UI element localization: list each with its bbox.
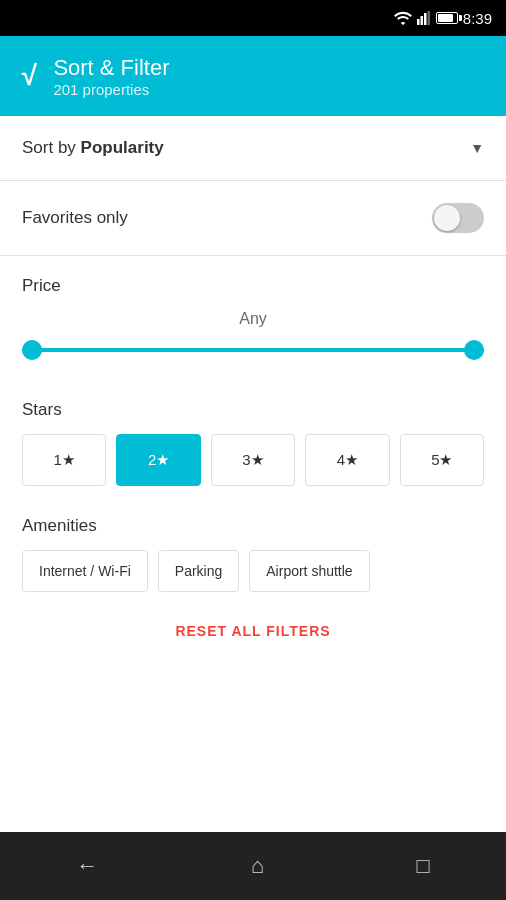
star-btn-5[interactable]: 5★ — [400, 434, 484, 486]
status-bar: 8:39 — [0, 0, 506, 36]
amenity-chip-parking[interactable]: Parking — [158, 550, 239, 592]
svg-rect-0 — [417, 19, 420, 25]
favorites-row: Favorites only — [0, 181, 506, 256]
stars-buttons: 1★ 2★ 3★ 4★ 5★ — [22, 434, 484, 486]
header-subtitle: 201 properties — [53, 81, 169, 98]
slider-thumb-left[interactable] — [22, 340, 42, 360]
main-content: Sort by Popularity ▼ Favorites only Pric… — [0, 116, 506, 660]
favorites-toggle[interactable] — [432, 203, 484, 233]
toggle-knob — [434, 205, 460, 231]
price-section: Price Any — [0, 256, 506, 380]
amenities-section: Amenities Internet / Wi-Fi Parking Airpo… — [0, 496, 506, 602]
star-btn-2[interactable]: 2★ — [116, 434, 200, 486]
status-icons: 8:39 — [394, 10, 492, 27]
star-btn-3[interactable]: 3★ — [211, 434, 295, 486]
home-button[interactable]: ⌂ — [251, 853, 264, 879]
sort-by-value: Popularity — [81, 138, 164, 157]
sort-dropdown-arrow[interactable]: ▼ — [470, 140, 484, 156]
sort-by-label: Sort by Popularity — [22, 138, 164, 158]
price-section-title: Price — [22, 276, 484, 296]
amenities-section-title: Amenities — [22, 516, 484, 536]
price-slider[interactable] — [22, 340, 484, 360]
svg-rect-3 — [427, 11, 430, 25]
header-title: Sort & Filter — [53, 55, 169, 81]
amenity-chip-shuttle[interactable]: Airport shuttle — [249, 550, 369, 592]
battery-icon — [436, 12, 458, 24]
wifi-icon — [394, 11, 412, 25]
stars-section-title: Stars — [22, 400, 484, 420]
sort-by-row[interactable]: Sort by Popularity ▼ — [0, 116, 506, 181]
reset-row: RESET ALL FILTERS — [0, 602, 506, 660]
app-logo: √ — [20, 60, 35, 92]
amenity-chip-wifi[interactable]: Internet / Wi-Fi — [22, 550, 148, 592]
slider-thumb-right[interactable] — [464, 340, 484, 360]
star-btn-1[interactable]: 1★ — [22, 434, 106, 486]
price-current-value: Any — [22, 310, 484, 328]
amenities-chips: Internet / Wi-Fi Parking Airport shuttle — [22, 550, 484, 592]
bottom-navigation: ← ⌂ □ — [0, 832, 506, 900]
svg-rect-2 — [424, 13, 427, 25]
status-time: 8:39 — [463, 10, 492, 27]
star-btn-4[interactable]: 4★ — [305, 434, 389, 486]
slider-track — [22, 348, 484, 352]
reset-all-filters-button[interactable]: RESET ALL FILTERS — [175, 623, 330, 639]
stars-section: Stars 1★ 2★ 3★ 4★ 5★ — [0, 380, 506, 496]
favorites-label: Favorites only — [22, 208, 128, 228]
svg-rect-1 — [420, 16, 423, 25]
back-button[interactable]: ← — [76, 853, 98, 879]
header-text: Sort & Filter 201 properties — [53, 55, 169, 98]
signal-icon — [417, 11, 431, 25]
app-header: √ Sort & Filter 201 properties — [0, 36, 506, 116]
recents-button[interactable]: □ — [416, 853, 429, 879]
